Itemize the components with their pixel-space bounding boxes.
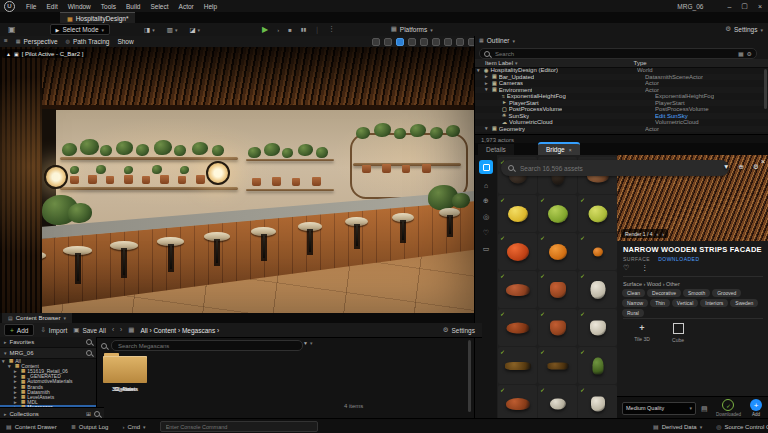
tab-details[interactable]: Details bbox=[478, 144, 514, 155]
modes-dropdown-1[interactable]: ◨▾ bbox=[144, 26, 155, 34]
menu-item[interactable]: File bbox=[21, 3, 41, 10]
asset-thumbnail[interactable]: ✓ bbox=[538, 271, 577, 308]
play-button[interactable]: ▶ bbox=[262, 25, 268, 34]
outliner-search[interactable]: ▦ ⚙ bbox=[479, 48, 757, 59]
asset-thumbnail[interactable]: ✓ bbox=[498, 271, 537, 308]
close-button[interactable]: × bbox=[758, 3, 762, 10]
menu-item[interactable]: Edit bbox=[41, 3, 62, 10]
asset-thumbnail[interactable]: ✓ bbox=[498, 233, 537, 270]
source-control-button[interactable]: ◎ Source Control Off bbox=[716, 424, 768, 430]
modes-dropdown-3[interactable]: ◪▾ bbox=[189, 26, 200, 34]
asset-thumbnail[interactable]: ✓ bbox=[538, 347, 577, 384]
filter-funnel-icon[interactable]: ▼ bbox=[723, 163, 729, 171]
save-all-button[interactable]: ▣ Save All bbox=[73, 327, 106, 334]
content-drawer-button[interactable]: ▤ Content Drawer bbox=[6, 424, 57, 430]
tab-bridge[interactable]: Bridge × bbox=[538, 142, 580, 155]
asset-thumbnail[interactable]: ✓ bbox=[538, 233, 577, 270]
menu-item[interactable]: Select bbox=[145, 3, 173, 10]
asset-thumbnail[interactable]: ✓ bbox=[538, 385, 577, 418]
asset-breadcrumb[interactable]: Surface › Wood › Other bbox=[623, 281, 680, 287]
console-input[interactable] bbox=[164, 423, 314, 431]
menu-item[interactable]: Help bbox=[199, 3, 222, 10]
expand-chevron-icon[interactable]: ▸ bbox=[485, 74, 490, 79]
search-icon[interactable] bbox=[86, 339, 92, 345]
content-browser-tab[interactable]: ▤ Content Browser ▾ bbox=[2, 313, 72, 323]
console-input-wrap[interactable] bbox=[160, 421, 318, 432]
expand-chevron-icon[interactable]: ▾ bbox=[485, 87, 490, 92]
menu-item[interactable]: Tools bbox=[96, 3, 121, 10]
asset-thumbnail[interactable]: ✓ bbox=[498, 195, 537, 232]
tag-pill[interactable]: Rural bbox=[622, 309, 644, 317]
quality-select[interactable]: Medium Quality ▾ bbox=[622, 402, 696, 415]
breadcrumb[interactable]: All › Content › Megascans › bbox=[140, 327, 219, 334]
next-render-icon[interactable]: › bbox=[662, 231, 664, 237]
search-icon[interactable] bbox=[101, 343, 107, 349]
fab-logo[interactable] bbox=[479, 160, 493, 174]
save-icon[interactable]: ▣ bbox=[8, 26, 16, 34]
favorite-heart-icon[interactable]: ♡ bbox=[623, 264, 629, 272]
expand-chevron-icon[interactable]: ▾ bbox=[477, 68, 482, 73]
project-section[interactable]: ▾ MRG_06 bbox=[0, 348, 96, 359]
viewport-stat-icons[interactable] bbox=[372, 38, 474, 46]
search-icon[interactable] bbox=[86, 350, 92, 356]
viewport-scene[interactable] bbox=[0, 47, 474, 313]
folder-options-icon[interactable]: ▦ bbox=[738, 51, 744, 57]
asset-thumbnail[interactable]: ✓ bbox=[578, 347, 617, 384]
tag-pill[interactable]: Clean bbox=[622, 289, 645, 297]
close-tab-icon[interactable]: × bbox=[569, 147, 572, 153]
stop-button[interactable]: ■ bbox=[288, 27, 292, 33]
format-tile3d[interactable]: + Tile 3D bbox=[627, 323, 657, 342]
outliner-row[interactable]: ▾ ▣ Geometry Actor bbox=[475, 126, 768, 133]
add-button[interactable]: + Add bbox=[4, 324, 34, 336]
asset-thumbnail[interactable]: ✓ bbox=[538, 195, 577, 232]
maximize-button[interactable]: ▢ bbox=[741, 2, 748, 10]
asset-thumbnail[interactable]: ✓ bbox=[578, 271, 617, 308]
cb-scrollbar[interactable] bbox=[468, 340, 471, 412]
bridge-search[interactable] bbox=[501, 160, 729, 176]
minimize-button[interactable]: – bbox=[727, 3, 731, 10]
outliner-tab[interactable]: ▦ Outliner ▾ bbox=[479, 37, 515, 44]
asset-search[interactable] bbox=[111, 340, 303, 351]
viewport[interactable]: ≡ ▦Perspective ◎Path Tracing Show ▲ ▣ [ … bbox=[0, 36, 474, 313]
tag-pill[interactable]: Vertical bbox=[672, 299, 698, 307]
bridge-settings-icon[interactable]: ⚙ bbox=[753, 163, 759, 171]
tag-pill[interactable]: Decorative bbox=[647, 289, 681, 297]
view-mode-dropdown[interactable]: ◎Path Tracing bbox=[66, 38, 110, 45]
eject-icon[interactable]: ▲ bbox=[6, 51, 11, 57]
expand-chevron-icon[interactable]: ▸ bbox=[485, 81, 490, 86]
play-options-icon[interactable]: ⋮ bbox=[328, 26, 335, 33]
expand-chevron-icon[interactable]: ▾ bbox=[8, 364, 13, 369]
prev-render-icon[interactable]: ‹ bbox=[657, 231, 659, 237]
perspective-dropdown[interactable]: ▦Perspective bbox=[16, 38, 58, 45]
asset-thumbnail[interactable]: ✓ bbox=[578, 233, 617, 270]
outliner-settings-icon[interactable]: ⚙ bbox=[747, 51, 752, 57]
import-button[interactable]: ⇩ Import bbox=[40, 327, 67, 334]
bridge-search-input[interactable] bbox=[518, 164, 722, 173]
derived-data-button[interactable]: ▤ Derived Data ▾ bbox=[653, 424, 702, 430]
show-dropdown[interactable]: Show bbox=[117, 38, 133, 45]
output-log-button[interactable]: ≣ Output Log bbox=[71, 424, 109, 430]
outliner-search-input[interactable] bbox=[493, 50, 735, 58]
asset-thumbnail[interactable]: ✓ bbox=[578, 195, 617, 232]
history-back-icon[interactable]: ‹ bbox=[112, 327, 114, 334]
asset-thumbnail[interactable]: ✓ bbox=[498, 309, 537, 346]
tag-pill[interactable]: Grooved bbox=[712, 289, 741, 297]
close-card-icon[interactable]: × bbox=[761, 158, 765, 165]
add-asset-button[interactable]: + Add bbox=[750, 399, 762, 417]
viewport-menu-icon[interactable]: ≡ bbox=[4, 38, 8, 45]
expand-chevron-icon[interactable]: ▾ bbox=[485, 126, 490, 131]
column-item-label[interactable]: Item Label bbox=[485, 60, 513, 66]
browse-icon[interactable]: ◎ bbox=[483, 213, 489, 221]
skip-button[interactable]: › bbox=[277, 27, 279, 33]
pause-button[interactable]: ▮▮ bbox=[301, 27, 307, 32]
tag-pill[interactable]: Narrow bbox=[622, 299, 648, 307]
asset-thumbnail[interactable]: ✓ bbox=[578, 309, 617, 346]
cb-search-input[interactable] bbox=[116, 342, 298, 350]
asset-thumbnail[interactable]: ✓ bbox=[538, 309, 577, 346]
quality-info-icon[interactable]: ▤ bbox=[701, 405, 708, 412]
add-collection-icon[interactable]: ⊞ bbox=[86, 411, 91, 417]
add-filter-icon[interactable]: ⊕ bbox=[738, 163, 743, 171]
tag-pill[interactable]: Thin bbox=[650, 299, 670, 307]
cb-settings-button[interactable]: ⚙ Settings bbox=[443, 327, 475, 334]
asset-thumbnail[interactable]: ✓ bbox=[578, 385, 617, 418]
